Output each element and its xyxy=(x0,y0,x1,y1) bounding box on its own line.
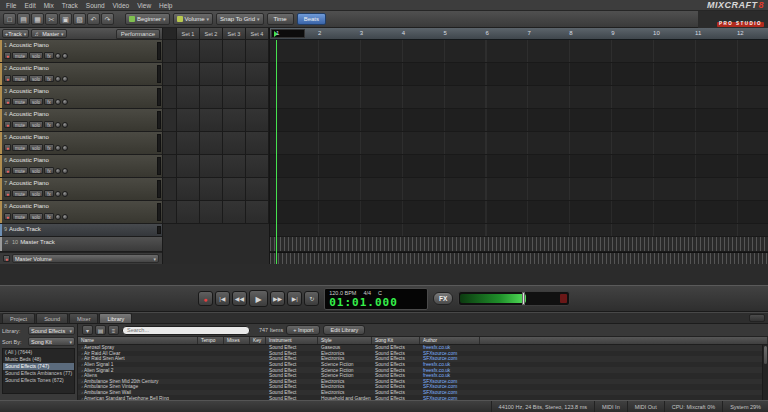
perf-cell[interactable] xyxy=(246,155,269,177)
set-header-3[interactable]: Set 3 xyxy=(223,28,246,39)
menu-video[interactable]: Video xyxy=(109,2,134,9)
menu-track[interactable]: Track xyxy=(58,2,82,9)
solo-button[interactable]: solo xyxy=(29,98,43,105)
menu-mix[interactable]: Mix xyxy=(40,2,58,9)
volume-knob[interactable] xyxy=(55,99,61,105)
undo-icon[interactable]: ↶ xyxy=(87,13,100,25)
mute-button[interactable]: mute xyxy=(12,190,28,197)
timeline-lane-4[interactable] xyxy=(270,109,768,132)
save-icon[interactable]: ▦ xyxy=(31,13,44,25)
arm-button[interactable]: ● xyxy=(4,213,11,220)
column-header-author[interactable]: Author xyxy=(420,337,480,344)
perf-cell[interactable] xyxy=(200,132,223,154)
go-to-start-button[interactable]: |◀ xyxy=(215,291,230,306)
track-row-7[interactable]: 7Acoustic Piano●mutesolofx xyxy=(0,178,162,201)
menu-help[interactable]: Help xyxy=(155,2,176,9)
perf-cell[interactable] xyxy=(223,201,246,223)
track-row-6[interactable]: 6Acoustic Piano●mutesolofx xyxy=(0,155,162,178)
mode-select[interactable]: Beginner ▾ xyxy=(125,13,170,25)
tab-project[interactable]: Project xyxy=(2,313,35,323)
arrow-down-icon[interactable]: ▾ xyxy=(82,325,93,335)
record-button[interactable]: ● xyxy=(198,291,213,306)
edit-library-button[interactable]: Edit Library xyxy=(323,325,365,335)
loop-button[interactable]: ↻ xyxy=(304,291,319,306)
perf-row-handle[interactable] xyxy=(163,40,177,62)
pan-knob[interactable] xyxy=(62,76,68,82)
perf-cell[interactable] xyxy=(177,40,200,62)
column-header-style[interactable]: Style xyxy=(318,337,372,344)
solo-button[interactable]: solo xyxy=(29,190,43,197)
arm-button[interactable]: ● xyxy=(4,190,11,197)
perf-cell[interactable] xyxy=(177,86,200,108)
solo-button[interactable]: solo xyxy=(29,121,43,128)
volume-knob[interactable] xyxy=(55,122,61,128)
library-category[interactable]: Music Beds (48) xyxy=(3,356,74,363)
library-category[interactable]: Sound Effects Tones (672) xyxy=(3,377,74,384)
time-signature[interactable]: 4/4 xyxy=(363,290,371,296)
perf-cell[interactable] xyxy=(177,201,200,223)
perf-cell[interactable] xyxy=(246,63,269,85)
go-to-end-button[interactable]: ▶| xyxy=(287,291,302,306)
search-input[interactable] xyxy=(122,326,250,335)
open-project-icon[interactable]: ▤ xyxy=(17,13,30,25)
arm-button[interactable]: ● xyxy=(4,121,11,128)
solo-button[interactable]: solo xyxy=(29,144,43,151)
track-row-4[interactable]: 4Acoustic Piano●mutesolofx xyxy=(0,109,162,132)
volume-knob[interactable] xyxy=(55,76,61,82)
pan-knob[interactable] xyxy=(62,99,68,105)
perf-cell[interactable] xyxy=(223,40,246,62)
arm-button[interactable]: ● xyxy=(4,144,11,151)
perf-row-handle[interactable] xyxy=(163,109,177,131)
track-row-2[interactable]: 2Acoustic Piano●mutesolofx xyxy=(0,63,162,86)
column-header-name[interactable]: Name xyxy=(78,337,198,344)
cut-icon[interactable]: ✂ xyxy=(45,13,58,25)
column-header-key[interactable]: Key xyxy=(250,337,266,344)
perf-cell[interactable] xyxy=(200,109,223,131)
automation-arm-button[interactable]: ● xyxy=(3,255,10,262)
fx-button[interactable]: fx xyxy=(44,52,54,59)
perf-cell[interactable] xyxy=(223,155,246,177)
sort-by-select[interactable]: Song Kit ▾ xyxy=(28,337,75,346)
timeline-ruler[interactable]: 123456789101112 xyxy=(270,28,768,40)
menu-file[interactable]: File xyxy=(2,2,20,9)
volume-knob[interactable] xyxy=(55,168,61,174)
menu-edit[interactable]: Edit xyxy=(20,2,39,9)
volume-select[interactable]: Volume ▾ xyxy=(173,13,214,25)
arm-button[interactable]: ● xyxy=(4,98,11,105)
perf-cell[interactable] xyxy=(200,155,223,177)
perf-cell[interactable] xyxy=(246,201,269,223)
key-value[interactable]: C xyxy=(378,290,382,296)
volume-knob[interactable] xyxy=(55,53,61,59)
timeline-lane-10[interactable] xyxy=(270,237,768,252)
perf-cell[interactable] xyxy=(246,109,269,131)
rewind-button[interactable]: ◀◀ xyxy=(232,291,247,306)
timeline-lane-8[interactable] xyxy=(270,201,768,224)
add-track-button[interactable]: +Track ▾ xyxy=(2,29,29,38)
perf-cell[interactable] xyxy=(177,132,200,154)
mute-button[interactable]: mute xyxy=(12,121,28,128)
fx-button[interactable]: fx xyxy=(44,167,54,174)
track-row-9[interactable]: 9Audio Track xyxy=(0,224,162,237)
perf-cell[interactable] xyxy=(223,132,246,154)
master-volume-meter[interactable] xyxy=(458,291,570,306)
fx-button[interactable]: fx xyxy=(44,213,54,220)
mute-button[interactable]: mute xyxy=(12,98,28,105)
perf-row-handle[interactable] xyxy=(163,86,177,108)
timeline-lane-5[interactable] xyxy=(270,132,768,155)
track-row-5[interactable]: 5Acoustic Piano●mutesolofx xyxy=(0,132,162,155)
column-header-mixes[interactable]: Mixes xyxy=(224,337,250,344)
fx-button[interactable]: fx xyxy=(44,121,54,128)
solo-button[interactable]: solo xyxy=(29,75,43,82)
perf-cell[interactable] xyxy=(200,178,223,200)
set-header-4[interactable]: Set 4 xyxy=(246,28,269,39)
snap-select[interactable]: Snap To Grid ▾ xyxy=(216,13,263,25)
track-row-1[interactable]: 1Acoustic Piano●mutesolofx xyxy=(0,40,162,63)
master-fx-button[interactable]: FX xyxy=(433,292,453,305)
perf-cell[interactable] xyxy=(223,63,246,85)
solo-button[interactable]: solo xyxy=(29,52,43,59)
tempo-value[interactable]: 120.0 BPM xyxy=(329,290,356,296)
library-category[interactable]: ( All ) (7644) xyxy=(3,349,74,356)
perf-cell[interactable] xyxy=(177,155,200,177)
menu-sound[interactable]: Sound xyxy=(82,2,109,9)
perf-row-handle[interactable] xyxy=(163,132,177,154)
